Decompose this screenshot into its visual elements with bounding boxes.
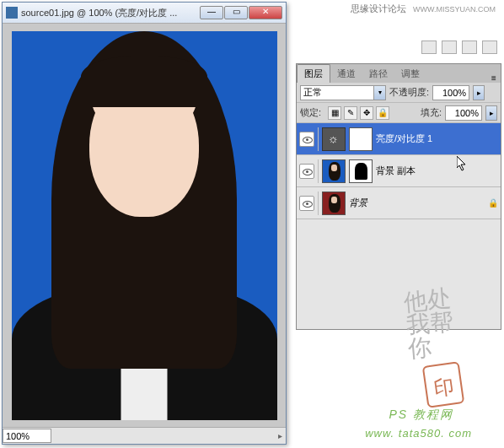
- zoom-input[interactable]: [3, 429, 51, 443]
- layers-empty-area[interactable]: [297, 219, 501, 329]
- document-titlebar[interactable]: source01.jpg @ 100% (亮度/对比度 ... — ▭ ✕: [3, 3, 286, 24]
- opacity-flyout-button[interactable]: ▸: [473, 85, 485, 100]
- panel-menu-icon[interactable]: ≡: [487, 73, 501, 83]
- layer-mask-thumb[interactable]: [349, 127, 373, 151]
- panel-icon[interactable]: [421, 40, 437, 54]
- forum-header: 思缘设计论坛 WWW.MISSYUAN.COM: [351, 3, 496, 15]
- tab-layers[interactable]: 图层: [297, 64, 330, 83]
- lock-transparency-icon[interactable]: ▦: [328, 106, 341, 120]
- watermark-seal: [422, 361, 465, 408]
- maximize-button[interactable]: ▭: [224, 6, 248, 19]
- layer-thumb[interactable]: [322, 192, 346, 215]
- layers-panel: 图层 通道 路径 调整 ≡ 正常 ▾ 不透明度: ▸ 锁定: ▦ ✎ ✥ 🔒 填…: [296, 63, 501, 330]
- layer-thumb[interactable]: [322, 159, 346, 183]
- watermark-script: 他处我帮你: [403, 287, 456, 362]
- canvas-area[interactable]: [3, 24, 286, 427]
- watermark-label1: PS 教程网: [389, 408, 453, 423]
- chevron-down-icon[interactable]: ▾: [373, 86, 385, 100]
- opacity-label: 不透明度:: [389, 86, 429, 99]
- panel-icon[interactable]: [482, 40, 497, 54]
- forum-name: 思缘设计论坛: [351, 3, 406, 15]
- layer-mask-thumb[interactable]: [349, 159, 373, 183]
- layer-row-adjustment[interactable]: 亮度/对比度 1: [297, 123, 501, 155]
- lock-position-icon[interactable]: ✥: [360, 106, 373, 120]
- fill-flyout-button[interactable]: ▸: [485, 105, 497, 121]
- layer-name[interactable]: 背景: [349, 197, 485, 209]
- panel-tabs: 图层 通道 路径 调整 ≡: [297, 64, 501, 83]
- layer-row-copy[interactable]: 背景 副本: [297, 155, 501, 187]
- layer-row-background[interactable]: 背景 🔒: [297, 187, 501, 219]
- photo-canvas: [12, 31, 277, 420]
- visibility-eye-icon[interactable]: [299, 196, 314, 211]
- lock-label: 锁定:: [300, 106, 321, 119]
- panel-icon[interactable]: [462, 40, 477, 54]
- lock-all-icon[interactable]: 🔒: [376, 106, 389, 120]
- lock-fill-row: 锁定: ▦ ✎ ✥ 🔒 填充: ▸: [297, 103, 501, 123]
- document-title: source01.jpg @ 100% (亮度/对比度 ...: [21, 7, 200, 19]
- watermark-label2: www. tata580. com: [365, 427, 472, 440]
- tab-paths[interactable]: 路径: [362, 65, 394, 83]
- tab-adjustments[interactable]: 调整: [394, 65, 426, 83]
- lock-image-icon[interactable]: ✎: [344, 106, 357, 120]
- lock-icon: 🔒: [488, 198, 498, 208]
- tab-channels[interactable]: 通道: [330, 65, 362, 83]
- fill-input[interactable]: [445, 105, 482, 121]
- panel-icon[interactable]: [442, 40, 457, 54]
- blend-mode-select[interactable]: 正常 ▾: [300, 85, 386, 100]
- document-window: source01.jpg @ 100% (亮度/对比度 ... — ▭ ✕ ▸: [2, 2, 287, 445]
- fill-label: 填充:: [421, 106, 442, 119]
- blend-mode-value: 正常: [303, 86, 322, 99]
- brightness-contrast-icon: [322, 127, 346, 151]
- minimize-button[interactable]: —: [200, 6, 223, 19]
- layer-name[interactable]: 背景 副本: [376, 165, 498, 177]
- blend-opacity-row: 正常 ▾ 不透明度: ▸: [297, 83, 501, 103]
- visibility-eye-icon[interactable]: [299, 132, 314, 147]
- opacity-input[interactable]: [432, 85, 469, 100]
- forum-site: WWW.MISSYUAN.COM: [413, 5, 496, 13]
- layers-list: 亮度/对比度 1 背景 副本 背景 🔒: [297, 123, 501, 219]
- visibility-eye-icon[interactable]: [299, 164, 314, 179]
- panel-icon-strip: [421, 40, 497, 54]
- close-button[interactable]: ✕: [249, 6, 282, 19]
- document-statusbar: ▸: [3, 427, 286, 444]
- status-arrow-icon[interactable]: ▸: [278, 431, 286, 440]
- layer-name[interactable]: 亮度/对比度 1: [376, 132, 498, 145]
- ps-file-icon: [6, 7, 18, 19]
- cursor-icon: [457, 156, 469, 173]
